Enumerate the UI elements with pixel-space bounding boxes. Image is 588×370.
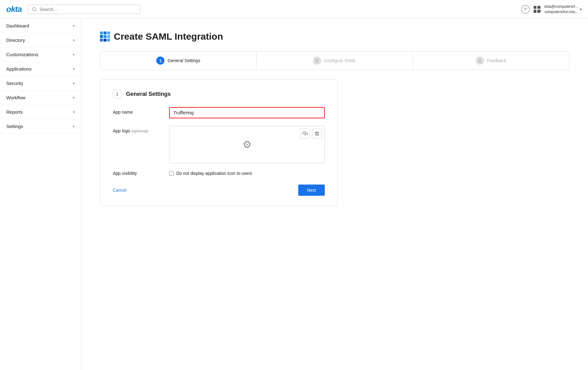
app-logo-control: ⚙ bbox=[169, 126, 325, 163]
saml-icon bbox=[100, 32, 110, 42]
stepper-tab-feedback[interactable]: 3 Feedback bbox=[413, 52, 569, 70]
topnav: okta ? okta@computersrf... computersrfun… bbox=[0, 0, 588, 19]
stepper-tab-configure-saml[interactable]: 2 Configure SAML bbox=[257, 52, 413, 70]
app-name-input[interactable] bbox=[169, 107, 325, 118]
sidebar-item-directory[interactable]: Directory ▾ bbox=[0, 33, 81, 47]
stepper-tab-general-settings[interactable]: 1 General Settings bbox=[100, 52, 257, 70]
form-actions: Cancel Next bbox=[113, 185, 325, 196]
step-1-circle: 1 bbox=[156, 57, 164, 65]
sidebar-label-applications: Applications bbox=[6, 66, 32, 72]
svg-point-0 bbox=[33, 7, 36, 11]
chevron-down-icon: ▾ bbox=[73, 52, 75, 57]
chevron-down-icon: ▾ bbox=[73, 96, 75, 100]
sidebar-item-settings[interactable]: Settings ▾ bbox=[0, 119, 81, 134]
step-2-circle: 2 bbox=[313, 57, 321, 65]
step-2-label: Configure SAML bbox=[324, 58, 356, 63]
sidebar-item-dashboard[interactable]: Dashboard ▾ bbox=[0, 19, 81, 33]
grid-icon[interactable] bbox=[534, 6, 540, 13]
step-1-label: General Settings bbox=[168, 58, 200, 63]
sidebar-item-security[interactable]: Security ▾ bbox=[0, 76, 81, 91]
stepper: 1 General Settings 2 Configure SAML 3 Fe… bbox=[100, 51, 569, 70]
sidebar-item-reports[interactable]: Reports ▾ bbox=[0, 105, 81, 119]
section-header: 1 General Settings bbox=[113, 90, 325, 98]
gear-placeholder-icon: ⚙ bbox=[243, 139, 252, 150]
user-email: okta@computersrf... bbox=[544, 4, 578, 9]
step-3-label: Feedback bbox=[487, 58, 506, 63]
svg-line-1 bbox=[36, 10, 37, 11]
user-menu[interactable]: okta@computersrf... computersrfun-tria..… bbox=[544, 4, 582, 15]
app-logo-row: App logo (optional) bbox=[113, 126, 325, 163]
sidebar: Dashboard ▾ Directory ▾ Customizations ▾… bbox=[0, 19, 81, 370]
sidebar-label-settings: Settings bbox=[6, 124, 23, 129]
chevron-down-icon: ▾ bbox=[73, 24, 75, 28]
section-title: General Settings bbox=[126, 91, 171, 97]
chevron-down-icon: ▾ bbox=[73, 67, 75, 71]
app-visibility-row: App visibility Do not display applicatio… bbox=[113, 171, 325, 176]
okta-logo[interactable]: okta bbox=[6, 4, 22, 14]
search-input[interactable] bbox=[39, 7, 136, 12]
sidebar-label-directory: Directory bbox=[6, 37, 25, 43]
section-number: 1 bbox=[113, 90, 122, 98]
upload-icon bbox=[303, 131, 308, 136]
sidebar-label-dashboard: Dashboard bbox=[6, 23, 29, 28]
logo-upload-button[interactable] bbox=[300, 129, 310, 139]
logo-actions bbox=[300, 129, 322, 139]
chevron-down-icon: ▾ bbox=[73, 38, 75, 42]
form-card: 1 General Settings App name App logo (op… bbox=[100, 79, 338, 206]
step-3-circle: 3 bbox=[476, 57, 484, 65]
page-title-wrap: Create SAML Integration bbox=[100, 31, 569, 42]
sidebar-item-applications[interactable]: Applications ▾ bbox=[0, 62, 81, 76]
trash-icon bbox=[314, 131, 319, 136]
user-org: computersrfun-tria... bbox=[544, 9, 578, 15]
chevron-down-icon: ▾ bbox=[73, 124, 75, 129]
help-icon[interactable]: ? bbox=[521, 5, 530, 14]
app-name-control bbox=[169, 107, 325, 118]
visibility-checkbox-label: Do not display application icon to users bbox=[176, 171, 252, 176]
sidebar-label-workflow: Workflow bbox=[6, 95, 25, 100]
topnav-right: ? okta@computersrf... computersrfun-tria… bbox=[521, 4, 582, 15]
next-button[interactable]: Next bbox=[298, 185, 325, 196]
visibility-checkbox[interactable] bbox=[169, 171, 174, 176]
sidebar-label-security: Security bbox=[6, 81, 23, 86]
search-wrap bbox=[28, 5, 140, 14]
logo-upload-area: ⚙ bbox=[169, 126, 325, 163]
visibility-checkbox-wrap: Do not display application icon to users bbox=[169, 171, 252, 176]
app-visibility-label: App visibility bbox=[113, 171, 163, 176]
sidebar-item-workflow[interactable]: Workflow ▾ bbox=[0, 91, 81, 105]
topnav-left: okta bbox=[6, 4, 140, 14]
user-menu-chevron-icon: ▾ bbox=[580, 7, 582, 12]
app-name-label: App name bbox=[113, 107, 163, 115]
sidebar-item-customizations[interactable]: Customizations ▾ bbox=[0, 47, 81, 62]
search-icon bbox=[32, 7, 37, 12]
cancel-button[interactable]: Cancel bbox=[113, 188, 127, 193]
app-name-row: App name bbox=[113, 107, 325, 118]
chevron-down-icon: ▾ bbox=[73, 110, 75, 114]
sidebar-label-customizations: Customizations bbox=[6, 52, 38, 57]
sidebar-label-reports: Reports bbox=[6, 109, 23, 115]
user-info-text: okta@computersrf... computersrfun-tria..… bbox=[544, 4, 578, 15]
app-logo-optional: (optional) bbox=[131, 129, 148, 133]
main-content: Create SAML Integration 1 General Settin… bbox=[81, 19, 588, 370]
logo-delete-button[interactable] bbox=[312, 129, 322, 139]
app-logo-label: App logo (optional) bbox=[113, 126, 163, 133]
page-title: Create SAML Integration bbox=[114, 31, 223, 42]
chevron-down-icon: ▾ bbox=[73, 81, 75, 86]
